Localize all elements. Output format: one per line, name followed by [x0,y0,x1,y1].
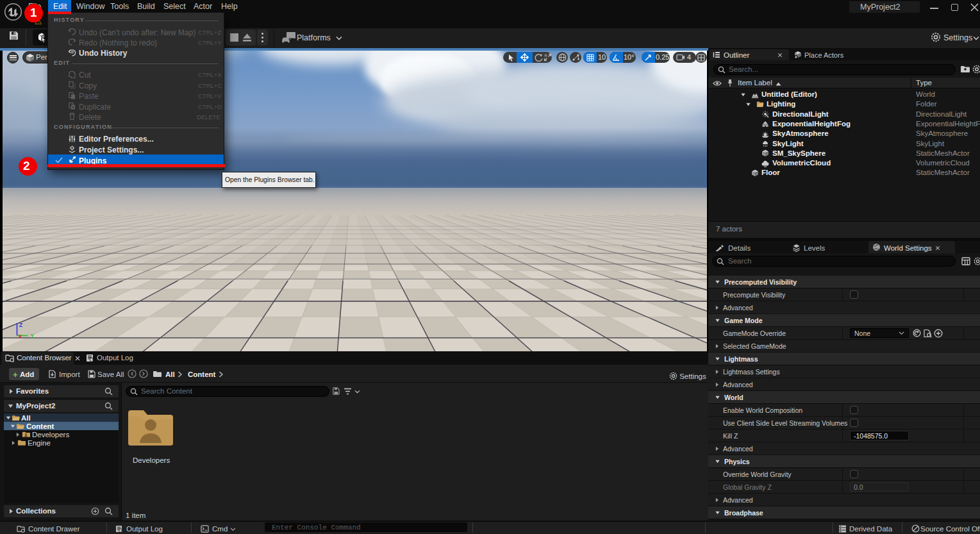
svg-text:Z: Z [19,322,22,328]
svg-text:X: X [19,333,22,340]
svg-text:Y: Y [31,333,35,339]
